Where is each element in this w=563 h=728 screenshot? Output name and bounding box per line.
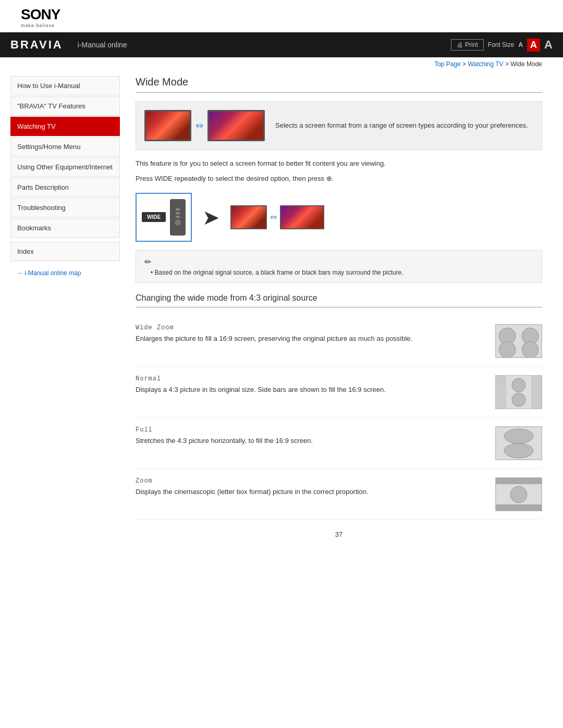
mode-name-wide-zoom: Wide Zoom [136,324,487,331]
mode-name-normal: Normal [136,375,487,382]
font-size-label: Font Size [488,41,515,48]
page-number: 37 [136,520,542,549]
svg-point-11 [504,443,533,458]
double-arrow-icon: ⇔ [195,120,203,131]
svg-point-4 [522,341,538,357]
wide-button-remote: WIDE [136,193,192,242]
remote-body [170,199,186,236]
mode-content-normal: Normal Displays a 4:3 picture in its ori… [136,375,487,395]
bravia-logo: BRAVIA [10,38,63,52]
tv-pair-illustration: ⇔ [144,110,265,141]
mode-content-wide-zoom: Wide Zoom Enlarges the picture to fill a… [136,324,487,344]
mode-row-zoom: Zoom Displays the cinemascopic (letter b… [136,469,542,520]
svg-point-3 [499,341,516,357]
tv-result-right [280,205,324,229]
print-button[interactable]: 🖨 Print [451,39,484,51]
sidebar-item-settings[interactable]: Settings/Home Menu [10,137,120,156]
double-arrow-result-icon: ⇔ [270,212,277,222]
wide-button-label: WIDE [142,212,166,222]
full-svg [496,427,542,460]
body-text-2: Press WIDE repeatedly to select the desi… [136,174,542,184]
mode-desc-zoom: Displays the cinemascopic (letter box fo… [136,487,487,497]
page-layout: How to Use i-Manual "BRAVIA" TV Features… [0,71,563,559]
sony-tagline: make.believe [21,23,542,28]
tv-screen-right [207,110,265,141]
sidebar-index[interactable]: Index [10,242,120,261]
sidebar-item-bookmarks[interactable]: Bookmarks [10,218,120,238]
mode-desc-normal: Displays a 4:3 picture in its original s… [136,385,487,395]
zoom-svg [496,478,542,511]
mode-image-zoom [495,477,542,511]
tv-screen-left [144,110,191,141]
printer-icon: 🖨 [457,41,463,48]
breadcrumb-current: Wide Mode [510,60,542,68]
nav-bar: BRAVIA i-Manual online 🖨 Print Font Size… [0,32,563,57]
tv-pair-result: ⇔ [230,205,324,229]
top-illustration: ⇔ Selects a screen format from a range o… [136,101,542,150]
nav-title: i-Manual online [78,41,127,49]
logo-bar: SONY make.believe [0,0,563,32]
note-text: • Based on the original signal source, a… [151,269,533,276]
illustration-description: Selects a screen format from a range of … [275,120,528,131]
tv-result-left [230,205,267,229]
font-large-button[interactable]: A [544,38,553,52]
main-content: Wide Mode ⇔ Selects a screen format from… [125,71,553,559]
mode-name-zoom: Zoom [136,477,487,485]
mode-content-full: Full Stretches the 4:3 picture horizonta… [136,426,487,446]
svg-rect-13 [496,478,542,484]
sidebar-map-link[interactable]: i-Manual online map [10,267,120,279]
mode-row-full: Full Stretches the 4:3 picture horizonta… [136,418,542,469]
svg-point-7 [512,378,525,392]
body-text-1: This feature is for you to select a scre… [136,158,542,169]
nav-controls: 🖨 Print Font Size A A A [451,38,553,52]
note-icon: ✏ [144,257,533,267]
sony-logo: SONY [21,6,542,23]
sidebar-item-parts[interactable]: Parts Description [10,178,120,197]
mode-content-zoom: Zoom Displays the cinemascopic (letter b… [136,477,487,497]
breadcrumb-top-page[interactable]: Top Page [434,60,461,68]
wide-zoom-svg [496,325,542,357]
mode-desc-full: Stretches the 4:3 picture horizontally, … [136,436,487,446]
svg-point-15 [510,486,527,503]
note-box: ✏ • Based on the original signal source,… [136,250,542,283]
sidebar-item-how-to-use[interactable]: How to Use i-Manual [10,76,120,95]
mode-name-full: Full [136,426,487,434]
sidebar-item-watching-tv[interactable]: Watching TV [10,117,120,136]
font-small-button[interactable]: A [518,41,523,48]
step-arrow-icon: ➤ [202,205,220,229]
sidebar-item-bravia-features[interactable]: "BRAVIA" TV Features [10,96,120,116]
mode-row-wide-zoom: Wide Zoom Enlarges the picture to fill a… [136,316,542,367]
mode-row-normal: Normal Displays a 4:3 picture in its ori… [136,367,542,418]
mode-desc-wide-zoom: Enlarges the picture to fill a 16:9 scre… [136,334,487,344]
breadcrumb-watching-tv[interactable]: Watching TV [468,60,504,68]
sidebar-item-using-other[interactable]: Using Other Equipment/Internet [10,157,120,177]
svg-point-8 [512,393,525,406]
step-illustration: WIDE ➤ ⇔ [136,193,542,242]
section-heading: Changing the wide mode from 4:3 original… [136,293,542,307]
mode-image-normal [495,375,542,409]
sidebar: How to Use i-Manual "BRAVIA" TV Features… [10,71,125,559]
mode-image-full [495,426,542,460]
svg-rect-14 [496,504,542,511]
font-medium-button[interactable]: A [527,39,540,52]
sidebar-item-troubleshooting[interactable]: Troubleshooting [10,198,120,217]
svg-point-10 [504,429,533,443]
mode-image-wide-zoom [495,324,542,358]
breadcrumb: Top Page > Watching TV > Wide Mode [0,57,563,71]
normal-svg [496,376,542,409]
page-title: Wide Mode [136,76,542,93]
